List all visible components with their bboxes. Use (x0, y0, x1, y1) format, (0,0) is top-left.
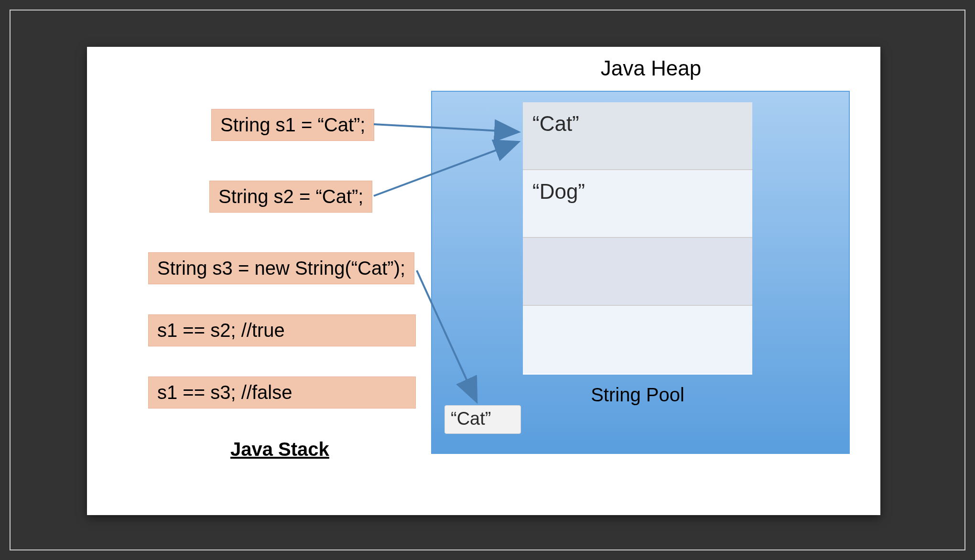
stack-label: Java Stack (230, 439, 329, 460)
heap-box: “Cat” “Dog” String Pool “Cat” (431, 91, 850, 454)
code-cmp1: s1 == s2; //true (148, 314, 416, 346)
pool-row-2 (523, 238, 752, 306)
heap-object-cat: “Cat” (444, 405, 521, 434)
code-s2: String s2 = “Cat”; (209, 181, 372, 213)
pool-row-0: “Cat” (523, 102, 752, 170)
string-pool: “Cat” “Dog” (523, 102, 752, 375)
pool-row-3 (523, 306, 752, 374)
code-cmp2: s1 == s3; //false (148, 377, 416, 409)
code-s1: String s1 = “Cat”; (211, 109, 374, 141)
slide-canvas: Java Heap “Cat” “Dog” String Pool “Cat” … (87, 47, 880, 515)
string-pool-label: String Pool (523, 384, 752, 406)
heap-title: Java Heap (555, 56, 747, 80)
code-s3: String s3 = new String(“Cat”); (148, 252, 414, 284)
pool-row-1: “Dog” (523, 170, 752, 238)
